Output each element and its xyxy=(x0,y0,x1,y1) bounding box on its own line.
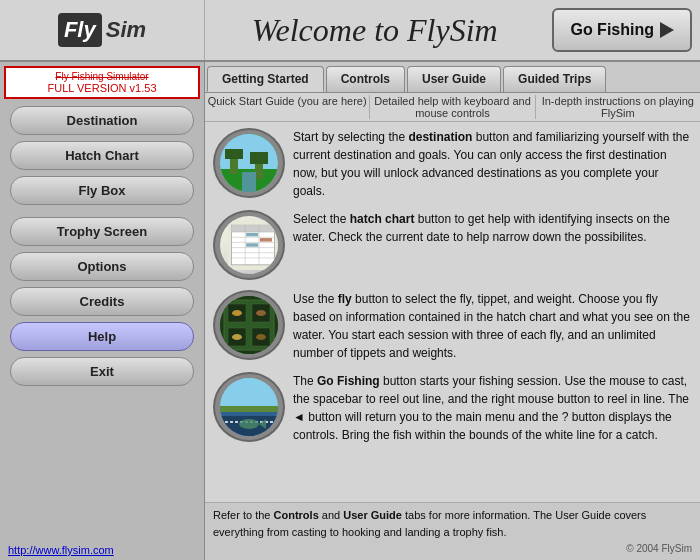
destination-image-inner xyxy=(220,134,278,192)
step-hatch-image xyxy=(213,210,285,280)
content-area: Getting Started Controls User Guide Guid… xyxy=(205,62,700,560)
logo-sim-text: Sim xyxy=(106,17,146,43)
svg-rect-19 xyxy=(260,238,272,241)
subtab-keyboard: Detailed help with keyboard and mouse co… xyxy=(370,95,535,119)
svg-point-35 xyxy=(239,419,259,429)
sidebar-item-exit[interactable]: Exit xyxy=(10,357,194,386)
svg-rect-20 xyxy=(246,243,258,246)
tab-user-guide[interactable]: User Guide xyxy=(407,66,501,92)
svg-rect-5 xyxy=(250,152,268,164)
tab-guided-trips[interactable]: Guided Trips xyxy=(503,66,606,92)
footer-text: Refer to the Controls and User Guide tab… xyxy=(213,507,692,540)
tab-getting-started[interactable]: Getting Started xyxy=(207,66,324,92)
tab-bar: Getting Started Controls User Guide Guid… xyxy=(205,62,700,93)
footer: Refer to the Controls and User Guide tab… xyxy=(205,502,700,560)
step-hatch: Select the hatch chart button to get hel… xyxy=(213,210,692,280)
logo-area: Fly Sim xyxy=(0,0,205,60)
subtitle-text: Fly Fishing Simulator xyxy=(12,71,192,82)
play-icon xyxy=(660,22,674,38)
steps-content: Start by selecting the destination butto… xyxy=(205,122,700,502)
svg-point-28 xyxy=(256,310,266,316)
logo-box: Fly Sim xyxy=(58,13,146,47)
fishing-image-inner xyxy=(220,378,278,436)
sidebar-item-options[interactable]: Options xyxy=(10,252,194,281)
step-fishing-image xyxy=(213,372,285,442)
hatch-image-inner xyxy=(220,216,278,274)
step-destination-image xyxy=(213,128,285,198)
step-destination: Start by selecting the destination butto… xyxy=(213,128,692,200)
copyright-text: © 2004 FlySim xyxy=(213,541,692,556)
svg-rect-9 xyxy=(231,225,274,232)
svg-rect-6 xyxy=(242,172,256,192)
subtab-quickstart: Quick Start Guide (you are here) xyxy=(205,95,370,119)
subtab-info: Quick Start Guide (you are here) Detaile… xyxy=(205,93,700,122)
header: Fly Sim Welcome to FlySim Go Fishing xyxy=(0,0,700,62)
step-fishing-text: The Go Fishing button starts your fishin… xyxy=(293,372,692,444)
step-destination-text: Start by selecting the destination butto… xyxy=(293,128,692,200)
version-badge: Fly Fishing Simulator FULL VERSION v1.53 xyxy=(4,66,200,99)
sidebar: Fly Fishing Simulator FULL VERSION v1.53… xyxy=(0,62,205,560)
svg-point-29 xyxy=(232,334,242,340)
step-fly: Use the fly button to select the fly, ti… xyxy=(213,290,692,362)
svg-point-27 xyxy=(232,310,242,316)
main-layout: Fly Fishing Simulator FULL VERSION v1.53… xyxy=(0,62,700,560)
tab-controls[interactable]: Controls xyxy=(326,66,405,92)
version-text: FULL VERSION v1.53 xyxy=(12,82,192,94)
sidebar-item-hatch-chart[interactable]: Hatch Chart xyxy=(10,141,194,170)
step-fly-image xyxy=(213,290,285,360)
fly-image-inner xyxy=(220,296,278,354)
website-link[interactable]: http://www.flysim.com xyxy=(0,540,204,560)
svg-rect-3 xyxy=(225,149,243,159)
go-fishing-button[interactable]: Go Fishing xyxy=(552,8,692,52)
step-fly-text: Use the fly button to select the fly, ti… xyxy=(293,290,692,362)
svg-rect-18 xyxy=(246,233,258,236)
logo-fly-text: Fly xyxy=(58,13,102,47)
sidebar-item-trophy-screen[interactable]: Trophy Screen xyxy=(10,217,194,246)
welcome-title: Welcome to FlySim xyxy=(252,12,498,49)
sidebar-item-help[interactable]: Help xyxy=(10,322,194,351)
svg-rect-37 xyxy=(220,406,278,412)
sidebar-item-fly-box[interactable]: Fly Box xyxy=(10,176,194,205)
step-fishing: The Go Fishing button starts your fishin… xyxy=(213,372,692,444)
sidebar-item-credits[interactable]: Credits xyxy=(10,287,194,316)
welcome-area: Welcome to FlySim xyxy=(205,0,544,60)
svg-point-30 xyxy=(256,334,266,340)
step-hatch-text: Select the hatch chart button to get hel… xyxy=(293,210,692,246)
sidebar-item-destination[interactable]: Destination xyxy=(10,106,194,135)
go-fishing-label: Go Fishing xyxy=(570,21,654,39)
subtab-indepth: In-depth instructions on playing FlySim xyxy=(536,95,700,119)
